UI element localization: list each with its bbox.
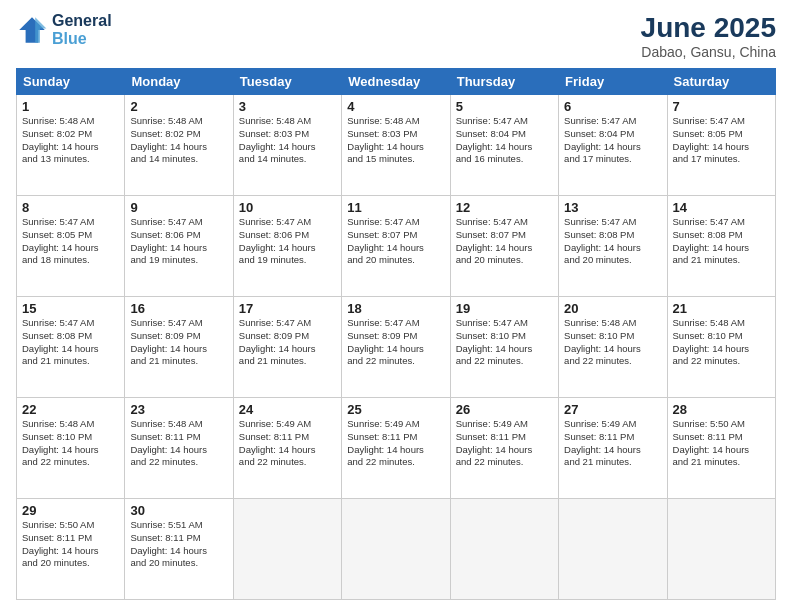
calendar-day-cell: 29Sunrise: 5:50 AMSunset: 8:11 PMDayligh… xyxy=(17,499,125,600)
header-thursday: Thursday xyxy=(450,69,558,95)
calendar-day-cell xyxy=(342,499,450,600)
svg-marker-0 xyxy=(19,17,45,43)
day-info: Sunrise: 5:47 AMSunset: 8:09 PMDaylight:… xyxy=(130,317,227,368)
day-info: Sunrise: 5:49 AMSunset: 8:11 PMDaylight:… xyxy=(347,418,444,469)
day-number: 15 xyxy=(22,301,119,316)
day-number: 12 xyxy=(456,200,553,215)
day-number: 1 xyxy=(22,99,119,114)
day-info: Sunrise: 5:47 AMSunset: 8:05 PMDaylight:… xyxy=(673,115,770,166)
day-info: Sunrise: 5:49 AMSunset: 8:11 PMDaylight:… xyxy=(239,418,336,469)
logo-icon xyxy=(16,14,48,46)
day-info: Sunrise: 5:47 AMSunset: 8:08 PMDaylight:… xyxy=(673,216,770,267)
calendar-day-cell: 19Sunrise: 5:47 AMSunset: 8:10 PMDayligh… xyxy=(450,297,558,398)
calendar-title: June 2025 xyxy=(641,12,776,44)
header-wednesday: Wednesday xyxy=(342,69,450,95)
calendar-day-cell: 23Sunrise: 5:48 AMSunset: 8:11 PMDayligh… xyxy=(125,398,233,499)
day-number: 26 xyxy=(456,402,553,417)
calendar-day-cell: 14Sunrise: 5:47 AMSunset: 8:08 PMDayligh… xyxy=(667,196,775,297)
calendar-day-cell: 20Sunrise: 5:48 AMSunset: 8:10 PMDayligh… xyxy=(559,297,667,398)
day-number: 2 xyxy=(130,99,227,114)
calendar-day-cell: 25Sunrise: 5:49 AMSunset: 8:11 PMDayligh… xyxy=(342,398,450,499)
day-info: Sunrise: 5:48 AMSunset: 8:02 PMDaylight:… xyxy=(22,115,119,166)
day-info: Sunrise: 5:48 AMSunset: 8:10 PMDaylight:… xyxy=(673,317,770,368)
calendar-week-row: 29Sunrise: 5:50 AMSunset: 8:11 PMDayligh… xyxy=(17,499,776,600)
calendar-day-cell: 7Sunrise: 5:47 AMSunset: 8:05 PMDaylight… xyxy=(667,95,775,196)
day-info: Sunrise: 5:47 AMSunset: 8:08 PMDaylight:… xyxy=(564,216,661,267)
day-info: Sunrise: 5:50 AMSunset: 8:11 PMDaylight:… xyxy=(673,418,770,469)
day-info: Sunrise: 5:47 AMSunset: 8:09 PMDaylight:… xyxy=(347,317,444,368)
day-number: 9 xyxy=(130,200,227,215)
calendar-page: General Blue June 2025 Dabao, Gansu, Chi… xyxy=(0,0,792,612)
day-info: Sunrise: 5:51 AMSunset: 8:11 PMDaylight:… xyxy=(130,519,227,570)
calendar-day-cell: 12Sunrise: 5:47 AMSunset: 8:07 PMDayligh… xyxy=(450,196,558,297)
calendar-day-cell: 27Sunrise: 5:49 AMSunset: 8:11 PMDayligh… xyxy=(559,398,667,499)
day-info: Sunrise: 5:47 AMSunset: 8:10 PMDaylight:… xyxy=(456,317,553,368)
day-number: 5 xyxy=(456,99,553,114)
day-info: Sunrise: 5:47 AMSunset: 8:04 PMDaylight:… xyxy=(456,115,553,166)
calendar-day-cell: 28Sunrise: 5:50 AMSunset: 8:11 PMDayligh… xyxy=(667,398,775,499)
day-info: Sunrise: 5:47 AMSunset: 8:09 PMDaylight:… xyxy=(239,317,336,368)
day-info: Sunrise: 5:47 AMSunset: 8:07 PMDaylight:… xyxy=(347,216,444,267)
calendar-header: Sunday Monday Tuesday Wednesday Thursday… xyxy=(17,69,776,95)
day-number: 20 xyxy=(564,301,661,316)
day-number: 22 xyxy=(22,402,119,417)
header-sunday: Sunday xyxy=(17,69,125,95)
calendar-day-cell: 17Sunrise: 5:47 AMSunset: 8:09 PMDayligh… xyxy=(233,297,341,398)
calendar-subtitle: Dabao, Gansu, China xyxy=(641,44,776,60)
calendar-body: 1Sunrise: 5:48 AMSunset: 8:02 PMDaylight… xyxy=(17,95,776,600)
logo-text: General Blue xyxy=(52,12,112,47)
calendar-day-cell: 21Sunrise: 5:48 AMSunset: 8:10 PMDayligh… xyxy=(667,297,775,398)
calendar-week-row: 22Sunrise: 5:48 AMSunset: 8:10 PMDayligh… xyxy=(17,398,776,499)
day-info: Sunrise: 5:48 AMSunset: 8:10 PMDaylight:… xyxy=(22,418,119,469)
day-number: 14 xyxy=(673,200,770,215)
calendar-day-cell: 9Sunrise: 5:47 AMSunset: 8:06 PMDaylight… xyxy=(125,196,233,297)
calendar-day-cell: 2Sunrise: 5:48 AMSunset: 8:02 PMDaylight… xyxy=(125,95,233,196)
day-number: 8 xyxy=(22,200,119,215)
day-info: Sunrise: 5:47 AMSunset: 8:06 PMDaylight:… xyxy=(130,216,227,267)
day-info: Sunrise: 5:48 AMSunset: 8:02 PMDaylight:… xyxy=(130,115,227,166)
day-info: Sunrise: 5:48 AMSunset: 8:11 PMDaylight:… xyxy=(130,418,227,469)
day-info: Sunrise: 5:47 AMSunset: 8:07 PMDaylight:… xyxy=(456,216,553,267)
calendar-day-cell: 26Sunrise: 5:49 AMSunset: 8:11 PMDayligh… xyxy=(450,398,558,499)
day-number: 19 xyxy=(456,301,553,316)
calendar-day-cell xyxy=(233,499,341,600)
calendar-week-row: 15Sunrise: 5:47 AMSunset: 8:08 PMDayligh… xyxy=(17,297,776,398)
day-info: Sunrise: 5:47 AMSunset: 8:08 PMDaylight:… xyxy=(22,317,119,368)
header-saturday: Saturday xyxy=(667,69,775,95)
day-number: 6 xyxy=(564,99,661,114)
calendar-day-cell: 5Sunrise: 5:47 AMSunset: 8:04 PMDaylight… xyxy=(450,95,558,196)
logo-line1: General xyxy=(52,12,112,30)
header-tuesday: Tuesday xyxy=(233,69,341,95)
day-number: 10 xyxy=(239,200,336,215)
day-info: Sunrise: 5:48 AMSunset: 8:03 PMDaylight:… xyxy=(347,115,444,166)
day-info: Sunrise: 5:48 AMSunset: 8:03 PMDaylight:… xyxy=(239,115,336,166)
day-number: 3 xyxy=(239,99,336,114)
day-number: 28 xyxy=(673,402,770,417)
logo: General Blue xyxy=(16,12,112,47)
calendar-day-cell: 3Sunrise: 5:48 AMSunset: 8:03 PMDaylight… xyxy=(233,95,341,196)
calendar-day-cell: 13Sunrise: 5:47 AMSunset: 8:08 PMDayligh… xyxy=(559,196,667,297)
day-info: Sunrise: 5:50 AMSunset: 8:11 PMDaylight:… xyxy=(22,519,119,570)
day-info: Sunrise: 5:49 AMSunset: 8:11 PMDaylight:… xyxy=(456,418,553,469)
header-monday: Monday xyxy=(125,69,233,95)
calendar-day-cell: 4Sunrise: 5:48 AMSunset: 8:03 PMDaylight… xyxy=(342,95,450,196)
calendar-day-cell: 8Sunrise: 5:47 AMSunset: 8:05 PMDaylight… xyxy=(17,196,125,297)
calendar-day-cell: 30Sunrise: 5:51 AMSunset: 8:11 PMDayligh… xyxy=(125,499,233,600)
day-info: Sunrise: 5:49 AMSunset: 8:11 PMDaylight:… xyxy=(564,418,661,469)
calendar-day-cell xyxy=(450,499,558,600)
calendar-day-cell xyxy=(559,499,667,600)
header-friday: Friday xyxy=(559,69,667,95)
day-info: Sunrise: 5:47 AMSunset: 8:05 PMDaylight:… xyxy=(22,216,119,267)
day-number: 25 xyxy=(347,402,444,417)
day-number: 7 xyxy=(673,99,770,114)
calendar-day-cell xyxy=(667,499,775,600)
day-info: Sunrise: 5:48 AMSunset: 8:10 PMDaylight:… xyxy=(564,317,661,368)
logo-line2: Blue xyxy=(52,30,87,47)
day-number: 13 xyxy=(564,200,661,215)
day-number: 27 xyxy=(564,402,661,417)
day-number: 21 xyxy=(673,301,770,316)
day-number: 11 xyxy=(347,200,444,215)
calendar-day-cell: 1Sunrise: 5:48 AMSunset: 8:02 PMDaylight… xyxy=(17,95,125,196)
calendar-day-cell: 16Sunrise: 5:47 AMSunset: 8:09 PMDayligh… xyxy=(125,297,233,398)
day-number: 4 xyxy=(347,99,444,114)
